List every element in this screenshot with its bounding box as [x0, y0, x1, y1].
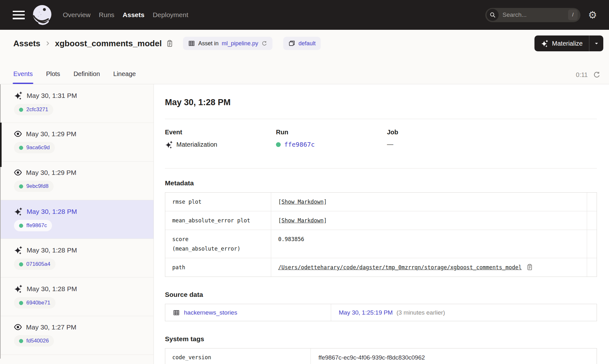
materialize-button[interactable]: Materialize: [534, 35, 589, 51]
metadata-heading: Metadata: [165, 179, 597, 187]
asset-group-icon: [288, 40, 295, 47]
event-list-sidebar: May 30, 1:31 PM2cfc3271May 30, 1:29 PM9a…: [0, 84, 154, 364]
event-timestamp: May 30, 1:31 PM: [27, 92, 77, 99]
run-link-pill[interactable]: ffe9867c: [14, 220, 52, 231]
event-detail-panel: May 30, 1:28 PM Event Materialization Ru…: [154, 84, 609, 364]
metadata-row: score(mean_absolute_error)0.983856: [165, 230, 597, 258]
source-relative-note: (3 minutes earlier): [396, 309, 445, 316]
event-timestamp: May 30, 1:28 PM: [27, 285, 77, 293]
source-asset-link[interactable]: hackernews_stories: [184, 309, 237, 316]
metadata-key: mean_absolute_error plot: [165, 211, 271, 230]
nav-link-assets[interactable]: Assets: [123, 11, 145, 19]
dagster-logo-icon[interactable]: [32, 4, 52, 25]
run-link-pill[interactable]: 071605a4: [14, 259, 56, 270]
job-value: —: [387, 141, 393, 148]
source-timestamp-link[interactable]: May 30, 1:25:19 PM: [339, 309, 393, 316]
run-id-link[interactable]: 2cfc3271: [26, 106, 48, 113]
source-asset-icon: [173, 309, 180, 316]
event-list-item[interactable]: May 30, 1:29 PM9ebc9fd8: [0, 162, 154, 200]
system-tags-table: code_versionffe9867c-ec9c-4f06-939c-f8dc…: [165, 348, 597, 364]
run-link-pill[interactable]: 9ebc9fd8: [14, 181, 54, 192]
metadata-value: [Show Markdown]: [271, 193, 587, 211]
run-id-link[interactable]: ffe9867c: [26, 222, 47, 229]
observation-icon: [14, 169, 22, 176]
show-markdown-link[interactable]: [Show Markdown]: [278, 197, 327, 207]
breadcrumb-assets-link[interactable]: Assets: [13, 39, 40, 48]
event-list-item[interactable]: May 30, 1:27 PMfd540026: [0, 316, 154, 355]
run-id-link[interactable]: 071605a4: [26, 261, 50, 267]
asset-grid-icon: [188, 40, 195, 47]
materialization-icon: [165, 141, 173, 149]
metadata-row: mean_absolute_error plot[Show Markdown]: [165, 211, 597, 230]
copy-asset-name-icon[interactable]: [166, 40, 174, 47]
search-icon: [487, 9, 499, 21]
code-location-link[interactable]: ml_pipeline.py: [222, 40, 258, 47]
search-box[interactable]: /: [485, 8, 580, 22]
event-list-item[interactable]: May 30, 1:29 PM9aca6c9d: [0, 123, 154, 162]
tab-definition[interactable]: Definition: [74, 70, 100, 84]
asset-tabs: EventsPlotsDefinitionLineage 0:11: [0, 57, 609, 84]
materialize-dropdown-button[interactable]: [589, 35, 603, 51]
metadata-value: /Users/odetteharary/code/dagster/tmp_0mz…: [271, 258, 587, 277]
run-link-pill[interactable]: 9aca6c9d: [14, 142, 55, 153]
code-location-prefix: Asset in: [198, 40, 219, 47]
event-label: Event: [165, 129, 276, 136]
settings-gear-icon[interactable]: ⚙: [588, 10, 597, 20]
nav-link-deployment[interactable]: Deployment: [153, 11, 188, 19]
tab-plots[interactable]: Plots: [46, 70, 60, 84]
refresh-icon[interactable]: [593, 71, 601, 79]
run-link-pill[interactable]: fd540026: [14, 335, 54, 347]
run-label: Run: [276, 129, 387, 136]
run-id-link[interactable]: 9aca6c9d: [26, 144, 50, 151]
run-status-dot: [19, 224, 23, 228]
asset-header: Assets xgboost_comments_model Asset in m…: [0, 30, 609, 57]
run-id-link[interactable]: 6940be71: [26, 300, 50, 306]
run-status-dot: [19, 184, 23, 188]
menu-icon[interactable]: [13, 11, 25, 19]
system-tag-value: ffe9867c-ec9c-4f06-939c-f8dc830c0962: [311, 348, 597, 364]
event-timestamp: May 30, 1:28 PM: [27, 246, 77, 254]
asset-group-badge[interactable]: default: [283, 37, 321, 50]
reload-location-icon[interactable]: [261, 41, 267, 47]
materialization-icon: [14, 284, 23, 293]
source-data-table: hackernews_stories May 30, 1:25:19 PM (3…: [165, 304, 597, 321]
metadata-table: rmse plot[Show Markdown]mean_absolute_er…: [165, 192, 597, 277]
nav-link-runs[interactable]: Runs: [99, 11, 115, 19]
event-timestamp: May 30, 1:28 PM: [27, 208, 77, 215]
run-id-link[interactable]: fd540026: [26, 338, 49, 344]
event-list-item[interactable]: May 30, 1:28 PM071605a4: [0, 239, 154, 278]
run-id-link[interactable]: 9ebc9fd8: [26, 183, 49, 189]
metadata-action-cell: [587, 230, 597, 258]
event-detail-title: May 30, 1:28 PM: [165, 98, 597, 107]
scrollbar-thumb[interactable]: [0, 123, 2, 167]
run-link-pill[interactable]: 2cfc3271: [14, 104, 53, 115]
path-link[interactable]: /Users/odetteharary/code/dagster/tmp_0mz…: [278, 263, 522, 272]
search-input[interactable]: [499, 11, 568, 18]
event-list-item[interactable]: May 30, 1:28 PM6940be71: [0, 278, 154, 316]
tab-lineage[interactable]: Lineage: [113, 70, 136, 84]
top-navbar: OverviewRunsAssetsDeployment / ⚙: [0, 0, 609, 30]
nav-link-overview[interactable]: Overview: [63, 11, 91, 19]
run-link-pill[interactable]: 6940be71: [14, 297, 56, 309]
copy-path-icon[interactable]: [526, 264, 533, 271]
materialization-icon: [14, 207, 23, 216]
tab-events[interactable]: Events: [13, 70, 33, 84]
event-list-item[interactable]: May 30, 1:31 PM2cfc3271: [0, 84, 154, 123]
event-list-item[interactable]: May 30, 1:28 PMffe9867c: [0, 200, 154, 239]
nav-links: OverviewRunsAssetsDeployment: [63, 11, 188, 19]
system-tag-row: code_versionffe9867c-ec9c-4f06-939c-f8dc…: [165, 348, 597, 364]
sparkle-icon: [541, 40, 548, 47]
metadata-value: [Show Markdown]: [271, 211, 587, 230]
show-markdown-link[interactable]: [Show Markdown]: [278, 216, 327, 225]
code-location-badge: Asset in ml_pipeline.py: [183, 37, 272, 50]
job-label: Job: [387, 129, 398, 136]
run-status-dot: [276, 142, 281, 147]
source-data-heading: Source data: [165, 291, 597, 298]
asset-group-label: default: [298, 40, 316, 47]
observation-icon: [14, 323, 22, 331]
run-status-dot: [19, 262, 23, 266]
refresh-timer: 0:11: [576, 71, 601, 84]
system-tags-heading: System tags: [165, 335, 597, 343]
event-type-value: Materialization: [176, 141, 217, 148]
run-id-link[interactable]: ffe9867c: [284, 141, 315, 148]
